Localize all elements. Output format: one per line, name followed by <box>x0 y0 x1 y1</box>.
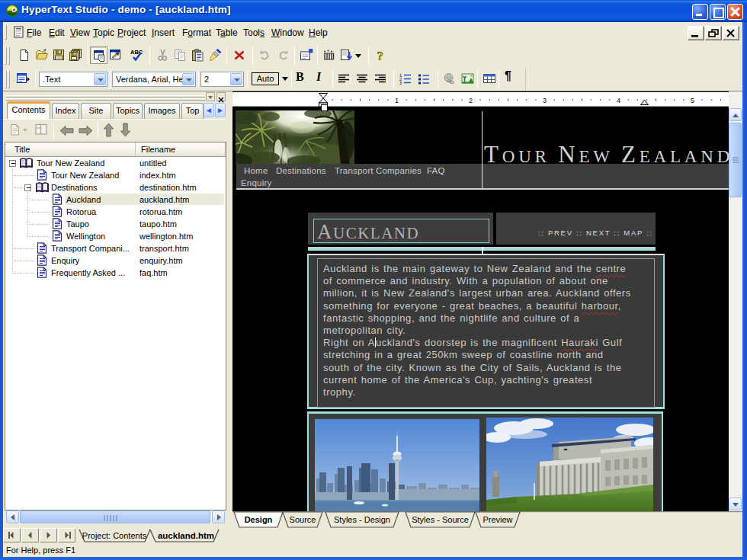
svg-text:ABC: ABC <box>130 49 143 56</box>
svg-text:3: 3 <box>543 97 547 104</box>
svg-text:3: 3 <box>399 81 402 85</box>
svg-text:?: ? <box>377 49 384 62</box>
svg-text:5: 5 <box>691 97 694 104</box>
svg-text:Design: Design <box>245 515 273 524</box>
svg-text:Project: Contents: Project: Contents <box>82 531 147 540</box>
svg-text:Styles - Source: Styles - Source <box>412 515 469 524</box>
svg-text:Preview: Preview <box>483 515 512 524</box>
svg-text:1: 1 <box>395 97 399 104</box>
svg-text:auckland.htm: auckland.htm <box>158 531 214 540</box>
svg-text:Source: Source <box>290 515 316 524</box>
svg-text:4: 4 <box>617 97 620 104</box>
svg-text:Styles - Design: Styles - Design <box>334 515 390 524</box>
svg-text:2: 2 <box>469 97 473 104</box>
